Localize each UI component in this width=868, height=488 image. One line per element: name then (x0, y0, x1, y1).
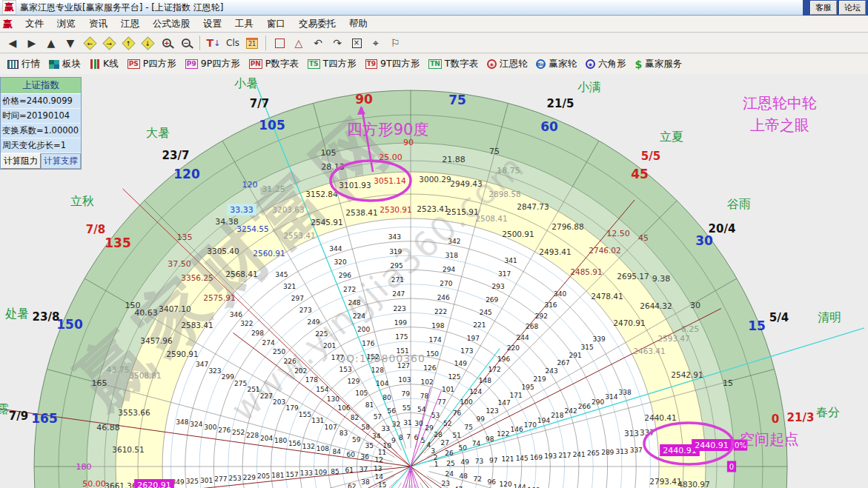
triangle-down-icon[interactable]: ▼ (62, 35, 79, 51)
quote-info-panel: 上证指数 价格=2440.9099 时间=20190104 变换系数=1.000… (0, 77, 82, 170)
menu-item-9[interactable]: 帮助 (342, 16, 374, 32)
toolbar-button-T数字表[interactable]: TNT数字表 (424, 56, 483, 72)
toolbar-button-六角形[interactable]: ◉六角形 (581, 56, 631, 72)
flag-icon[interactable]: ⚐ (386, 35, 404, 51)
spiral-number: 171 (510, 392, 523, 399)
spiral-number: 218 (551, 412, 563, 419)
annotation-text: 空间起点 (740, 430, 799, 448)
spiral-number: 320 (334, 258, 347, 266)
title-right-buttons: 客服论坛 (803, 0, 868, 16)
menu-item-2[interactable]: 资讯 (82, 16, 114, 32)
gann-wheel-chart[interactable]: 赢家财富网www.yingjia360.comQQ:10080036012345… (0, 74, 868, 488)
spiral-number: 74 (472, 440, 481, 447)
spiral-number: 299 (222, 373, 234, 381)
toolbar-button-P数字表[interactable]: PNP数字表 (245, 56, 303, 72)
menu-item-3[interactable]: 江恩 (114, 16, 146, 32)
spiral-number: 345 (275, 271, 288, 278)
diamond-down-icon[interactable]: ↓ (139, 35, 156, 51)
spiral-number: 204 (260, 435, 273, 442)
spiral-number: 146 (511, 426, 523, 433)
toolbar-label: 板块 (62, 58, 81, 70)
outer-label: 120 (173, 167, 200, 181)
toolbar-gann: 行情板块K线PSP四方形P99P四方形PNP数字表TST四方形T99T四方形TN… (0, 54, 868, 75)
spiral-number: 32 (392, 421, 400, 428)
outer-label: 45 (631, 167, 649, 181)
outer-label: 150 (56, 317, 83, 332)
toolbar-button-9P四方形[interactable]: P99P四方形 (181, 56, 245, 72)
spiral-number: 51 (452, 432, 460, 439)
calendar-icon[interactable]: 21 (243, 35, 261, 51)
spiral-number: 31 (403, 419, 411, 427)
rotate-ccw-icon[interactable]: ↶ (309, 35, 327, 51)
spiral-number: 228 (246, 432, 259, 439)
zoom-out-icon[interactable]: − (177, 35, 195, 51)
diamond-right-icon[interactable]: → (100, 35, 118, 51)
spiral-number: 127 (397, 362, 410, 370)
toolbar-button-9T四方形[interactable]: T99T四方形 (361, 56, 425, 72)
spiral-number: 314 (605, 393, 617, 401)
arrow-left-icon[interactable]: ◀ (4, 35, 21, 51)
t-updown-icon[interactable]: T↓ (205, 35, 222, 51)
square-icon[interactable] (271, 35, 288, 51)
toolbar-button-赢家轮[interactable]: Big赢家轮 (531, 56, 581, 72)
outer-label: 处暑 (5, 307, 29, 321)
spiral-number: 179 (285, 404, 298, 412)
spiral-number: 348 (176, 418, 188, 426)
spiral-number: 200 (357, 326, 370, 333)
menu-item-0[interactable]: 文件 (19, 16, 50, 32)
spiral-number: 223 (394, 305, 406, 312)
wheel-label: 2560.91 (253, 249, 285, 258)
crosshair-icon[interactable]: ⌖ (367, 35, 385, 51)
triangle-up-icon[interactable]: ▲ (42, 35, 60, 51)
x-box-icon[interactable]: × (348, 35, 365, 51)
spiral-number: 275 (234, 380, 247, 387)
spiral-number: 53 (431, 412, 440, 419)
toolbar-button-板块[interactable]: 板块 (44, 56, 85, 72)
江恩轮-icon: ◉ (487, 59, 497, 69)
spiral-number: 221 (473, 321, 486, 329)
spiral-number: 205 (257, 472, 270, 480)
toolbar-button-赢家服务[interactable]: $赢家服务 (630, 56, 686, 72)
spiral-number: 107 (325, 424, 337, 431)
rotate-cw-icon[interactable]: ↷ (328, 35, 346, 51)
toolbar-button-江恩轮[interactable]: ◉江恩轮 (483, 56, 532, 72)
diamond-up-icon[interactable]: ↑ (119, 35, 137, 51)
toolbar-label: 9T四方形 (380, 58, 420, 70)
spiral-number: 296 (339, 272, 351, 279)
menu-item-4[interactable]: 公式选股 (146, 16, 196, 32)
spiral-number: 58 (361, 424, 370, 431)
zoom-in-icon[interactable]: + (158, 35, 176, 51)
9T四方形-icon: T9 (365, 59, 377, 69)
diamond-left-icon[interactable]: ← (81, 35, 99, 51)
wheel-label: 9.38 (652, 274, 671, 284)
menu-item-8[interactable]: 交易委托 (292, 16, 342, 32)
9P四方形-icon: P9 (185, 59, 198, 69)
spiral-number: 316 (544, 301, 557, 309)
menu-item-6[interactable]: 工具 (228, 16, 260, 32)
cls-icon[interactable]: Cls (224, 35, 242, 51)
arrow-right-icon[interactable]: ▶ (23, 35, 41, 51)
wheel-label: 3254.55 (236, 224, 268, 233)
forum-button[interactable]: 论坛 (839, 1, 866, 15)
menu-item-5[interactable]: 设置 (196, 16, 228, 32)
spiral-number: 201 (323, 342, 336, 350)
spiral-number: 33 (381, 425, 389, 432)
spiral-number: 24 (445, 470, 454, 478)
toolbar-separator (265, 36, 266, 50)
toolbar-button-行情[interactable]: 行情 (3, 56, 44, 72)
customer-service-button[interactable]: 客服 (810, 1, 837, 15)
toolbar-button-K线[interactable]: K线 (85, 56, 123, 72)
toolbar-button-P四方形[interactable]: PSP四方形 (123, 56, 181, 72)
行情-icon (7, 60, 19, 69)
menu-item-7[interactable]: 窗口 (260, 16, 292, 32)
calc-support-button[interactable]: 计算支撑 (41, 153, 81, 169)
spiral-number: 101 (442, 386, 454, 393)
spiral-number: 50 (458, 444, 467, 452)
spiral-number: 147 (498, 399, 511, 407)
menu-item-1[interactable]: 浏览 (50, 16, 82, 32)
spiral-number: 297 (291, 295, 304, 302)
toolbar-button-T四方形[interactable]: TST四方形 (303, 56, 361, 72)
triangle-icon[interactable]: △ (290, 35, 308, 51)
wheel-label: 6.25 (681, 324, 700, 334)
calc-resistance-button[interactable]: 计算阻力 (1, 153, 41, 169)
